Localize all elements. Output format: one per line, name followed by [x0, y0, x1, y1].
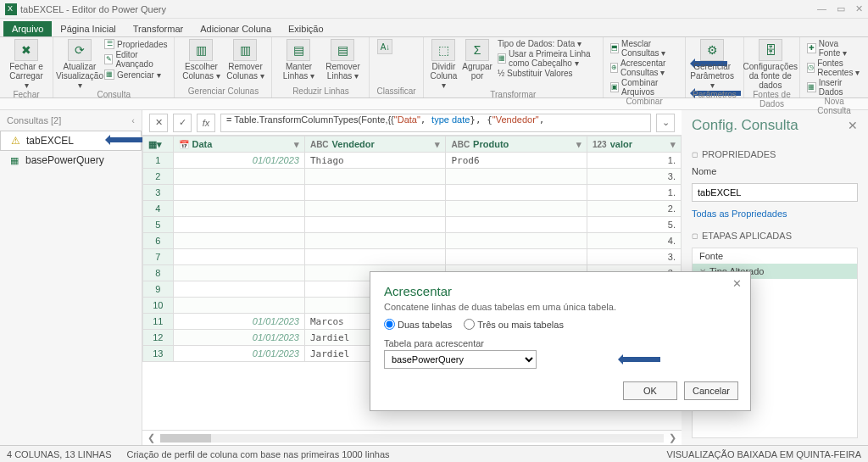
collapse-queries-icon[interactable]: ‹	[131, 115, 135, 125]
table-row[interactable]: 42.	[143, 201, 682, 217]
split-column-button[interactable]: ⬚Dividir Coluna ▾	[431, 39, 458, 90]
query-name-input[interactable]	[692, 183, 858, 202]
name-label: Nome	[692, 166, 858, 176]
queries-header: Consultas [2]	[7, 115, 61, 125]
group-new-query-label: Nova Consulta	[807, 97, 861, 117]
settings-close-icon[interactable]: ✕	[848, 119, 858, 132]
table-row[interactable]: 101/01/2023ThiagoProd61.	[143, 153, 682, 169]
status-download-info: VISUALIZAÇÃO BAIXADA EM QUINTA-FEIRA	[666, 449, 861, 459]
step-source[interactable]: Fonte	[693, 248, 857, 264]
table-to-append-label: Tabela para acrescentar	[384, 338, 737, 348]
formula-bar: ✕ ✓ fx = Table.TransformColumnTypes(Font…	[142, 110, 682, 136]
col-header-vendedor[interactable]: ABCVendedor▾	[304, 136, 446, 153]
manage-parameters-button[interactable]: ⚙Gerenciar Parâmetros ▾	[693, 39, 732, 90]
table-row[interactable]: 23.	[143, 169, 682, 185]
refresh-preview-button[interactable]: ⟳Atualizar Visualização ▾	[60, 39, 99, 90]
fx-button[interactable]: fx	[197, 114, 215, 132]
status-profile-info: Criação de perfil de coluna com base nas…	[127, 449, 390, 459]
group-transform-label: Transformar	[431, 90, 596, 101]
dialog-description: Concatene linhas de duas tabelas em uma …	[384, 302, 737, 312]
recent-sources-button[interactable]: ◷Fontes Recentes ▾	[807, 58, 861, 77]
horizontal-scrollbar[interactable]: ❮ ❯	[142, 430, 682, 445]
minimize-icon[interactable]: ―	[817, 3, 826, 14]
query-label: basePowerQuery	[25, 154, 104, 166]
data-source-settings-button[interactable]: 🗄Configurações da fonte de dados	[751, 39, 790, 90]
enter-data-button[interactable]: ▦Inserir Dados	[807, 78, 861, 97]
group-manage-cols-label: Gerenciar Colunas	[181, 86, 264, 97]
table-to-append-select[interactable]: basePowerQuery	[384, 350, 537, 369]
keep-rows-button[interactable]: ▤Manter Linhas ▾	[279, 39, 318, 81]
group-params-label: Parâmetros	[693, 90, 737, 101]
window-title: tabEXCEL - Editor do Power Query	[20, 4, 166, 14]
expand-formula-button[interactable]: ⌄	[656, 114, 675, 132]
query-item-basepowerquery[interactable]: ▦ basePowerQuery	[0, 151, 142, 170]
all-properties-link[interactable]: Todas as Propriedades	[692, 209, 858, 219]
tab-transform[interactable]: Transformar	[125, 21, 192, 36]
ribbon: ✖Fechar e Carregar ▾ Fechar ⟳Atualizar V…	[0, 37, 868, 98]
group-combine-label: Combinar	[610, 97, 678, 108]
group-query-label: Consulta	[60, 90, 167, 101]
col-header-valor[interactable]: 123valor▾	[587, 136, 681, 153]
choose-columns-button[interactable]: ▥Escolher Colunas ▾	[181, 39, 220, 81]
main-area: ✕ ✓ fx = Table.TransformColumnTypes(Font…	[142, 110, 682, 445]
remove-rows-button[interactable]: ▤Remover Linhas ▾	[323, 39, 362, 81]
remove-columns-button[interactable]: ▥Remover Colunas ▾	[225, 39, 264, 81]
close-icon[interactable]: ✕	[855, 3, 863, 14]
applied-steps-section: ETAPAS APLICADAS	[702, 231, 792, 241]
replace-values-button[interactable]: ½ Substituir Valores	[498, 69, 596, 78]
combine-files-button[interactable]: ▣Combinar Arquivos	[610, 78, 678, 97]
table-row[interactable]: 64.	[143, 233, 682, 249]
table-row[interactable]: 31.	[143, 185, 682, 201]
group-by-button[interactable]: ΣAgrupar por	[462, 39, 492, 81]
table-row[interactable]: 73.	[143, 249, 682, 265]
close-load-button[interactable]: ✖Fechar e Carregar ▾	[7, 39, 46, 90]
ok-button[interactable]: OK	[623, 381, 677, 400]
ribbon-tabs: Arquivo Página Inicial Transformar Adici…	[0, 19, 868, 37]
append-dialog: ✕ Acrescentar Concatene linhas de duas t…	[370, 271, 751, 411]
arrow-select-icon	[621, 357, 660, 362]
cancel-button[interactable]: Cancelar	[684, 381, 738, 400]
manage-button[interactable]: ▦Gerenciar ▾	[104, 70, 167, 80]
dialog-close-icon[interactable]: ✕	[732, 277, 742, 290]
group-reduce-rows-label: Reduzir Linhas	[279, 86, 362, 97]
cancel-formula-button[interactable]: ✕	[149, 114, 168, 132]
corner-cell[interactable]: ▦▾	[143, 136, 174, 153]
col-header-produto[interactable]: ABCProduto▾	[446, 136, 587, 153]
table-icon: ▦	[8, 154, 20, 166]
first-row-headers-button[interactable]: ▦Usar a Primeira Linha como Cabeçalho ▾	[498, 49, 596, 68]
properties-button[interactable]: ☰Propriedades	[104, 39, 167, 49]
col-header-data[interactable]: 📅Data▾	[173, 136, 304, 153]
tab-home[interactable]: Página Inicial	[52, 21, 124, 36]
new-source-button[interactable]: ✚Nova Fonte ▾	[807, 39, 861, 58]
query-item-tabexcel[interactable]: ⚠ tabEXCEL	[0, 131, 142, 151]
queries-pane: Consultas [2] ‹ ⚠ tabEXCEL ▦ basePowerQu…	[0, 110, 142, 445]
file-tab[interactable]: Arquivo	[3, 21, 52, 36]
dialog-title: Acrescentar	[384, 284, 737, 298]
merge-queries-button[interactable]: ⬒Mesclar Consultas ▾	[610, 39, 678, 58]
group-close-label: Fechar	[7, 90, 46, 101]
formula-input[interactable]: = Table.TransformColumnTypes(Fonte,{{"Da…	[220, 114, 651, 132]
table-row[interactable]: 55.	[143, 217, 682, 233]
app-icon	[5, 3, 17, 15]
commit-formula-button[interactable]: ✓	[173, 114, 192, 132]
sort-asc-button[interactable]: A↓	[376, 39, 393, 54]
scroll-left-icon[interactable]: ❮	[147, 432, 155, 443]
arrow-query-icon	[108, 137, 142, 142]
title-bar: tabEXCEL - Editor do Power Query ― ▭ ✕	[0, 0, 868, 19]
radio-three-or-more[interactable]: Três ou mais tabelas	[464, 319, 564, 330]
append-queries-button[interactable]: ⊕Acrescentar Consultas ▾	[610, 58, 678, 77]
warning-icon: ⚠	[9, 135, 21, 147]
group-datasource-label: Fontes de Dados	[751, 90, 793, 110]
query-label: tabEXCEL	[26, 135, 74, 147]
radio-two-tables[interactable]: Duas tabelas	[384, 319, 452, 330]
tab-add-column[interactable]: Adicionar Coluna	[192, 21, 280, 36]
advanced-editor-button[interactable]: ✎Editor Avançado	[104, 50, 167, 69]
data-type-button[interactable]: Tipo de Dados: Data ▾	[498, 39, 596, 48]
properties-section: PROPRIEDADES	[702, 149, 776, 159]
status-columns-rows: 4 COLUNAS, 13 LINHAS	[7, 449, 112, 459]
settings-title: Config. Consulta	[692, 117, 798, 134]
tab-view[interactable]: Exibição	[280, 21, 332, 36]
scroll-right-icon[interactable]: ❯	[669, 432, 676, 443]
group-sort-label: Classificar	[376, 86, 415, 97]
maximize-icon[interactable]: ▭	[837, 3, 845, 14]
